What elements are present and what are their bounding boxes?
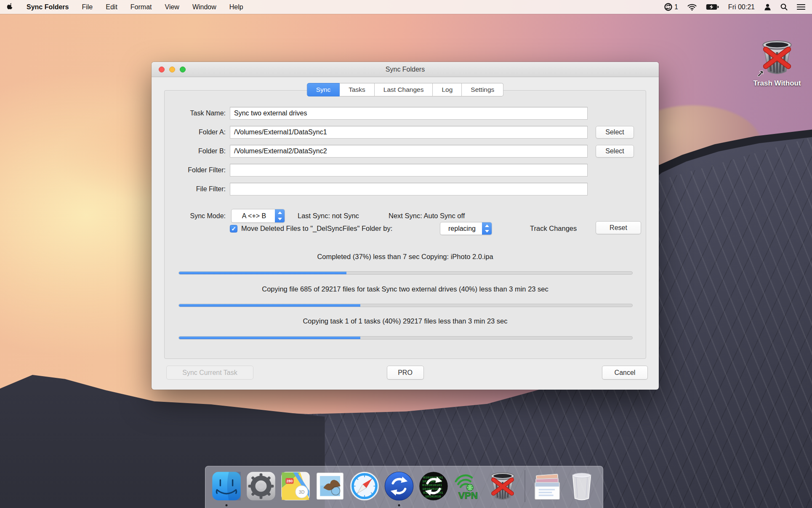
move-deleted-label: Move Deleted Files to "_DelSyncFiles" Fo…: [241, 222, 392, 235]
pro-button[interactable]: PRO: [387, 366, 424, 380]
task-name-input[interactable]: [230, 107, 588, 120]
task-name-label: Task Name:: [165, 107, 226, 120]
sync-current-task-button[interactable]: Sync Current Task: [166, 366, 253, 380]
stepper-arrows-icon: [482, 222, 492, 235]
dock-system-preferences-icon[interactable]: [246, 471, 276, 501]
dock-safari-icon[interactable]: [349, 471, 380, 501]
menu-bar: Sync Folders File Edit Format View Windo…: [0, 0, 812, 14]
file-filter-input[interactable]: [230, 183, 588, 195]
menubar-clock[interactable]: Fri 00:21: [728, 3, 755, 11]
progress-fill: [179, 337, 360, 339]
tab-tasks[interactable]: Tasks: [340, 83, 375, 96]
menu-edit[interactable]: Edit: [106, 3, 117, 11]
track-changes-label: Track Changes: [530, 222, 577, 235]
menu-file[interactable]: File: [82, 3, 93, 11]
dock-trash-without-icon[interactable]: [487, 471, 518, 501]
sync-mode-value: A <+> B: [232, 212, 275, 220]
folder-a-input[interactable]: [230, 126, 588, 139]
file-filter-label: File Filter:: [165, 183, 226, 195]
progress-fill: [179, 272, 346, 274]
folder-filter-label: Folder Filter:: [165, 164, 226, 176]
tab-settings[interactable]: Settings: [462, 83, 503, 96]
sync-tab-panel: Task Name: Folder A: Select Folder B: Se…: [164, 90, 646, 359]
finder-running-dot: [226, 504, 228, 506]
dock-vpn-icon[interactable]: VPN: [453, 471, 483, 501]
svg-text:3D: 3D: [299, 489, 305, 495]
dock-window-stack-icon[interactable]: [532, 471, 562, 501]
folder-b-label: Folder B:: [165, 145, 226, 158]
stepper-arrows-icon: [275, 209, 285, 222]
tab-log[interactable]: Log: [433, 83, 462, 96]
window-title: Sync Folders: [152, 62, 659, 77]
spotlight-search-icon[interactable]: [780, 3, 788, 11]
move-deleted-checkbox[interactable]: ✓: [230, 225, 237, 233]
delete-mode-value: replacing: [440, 225, 482, 233]
minimize-button[interactable]: [169, 67, 175, 72]
progress-task-files-status: Copying file 685 of 29217 files for task…: [165, 285, 646, 293]
progress-bar-file: [178, 271, 633, 275]
progress-bar-task-files: [178, 304, 633, 307]
user-icon[interactable]: [764, 3, 771, 11]
progress-bar-overall: [178, 336, 633, 340]
sync-status-menu-extra[interactable]: 1: [664, 3, 678, 11]
progress-fill: [179, 304, 360, 307]
dock-trash-icon[interactable]: [567, 471, 597, 501]
sync-folders-running-dot: [398, 504, 400, 506]
sync-mode-select[interactable]: A <+> B: [231, 209, 285, 223]
dock: 280 3D: [205, 466, 603, 508]
menu-format[interactable]: Format: [130, 3, 152, 11]
apple-menu-icon[interactable]: [7, 3, 13, 11]
zoom-button[interactable]: [180, 67, 186, 72]
sync-folders-window: Sync Folders Sync Tasks Last Changes Log…: [152, 62, 659, 390]
progress-overall-status: Copying task 1 of 1 tasks (40%) 29217 fi…: [165, 317, 646, 325]
dock-binary-sync-icon[interactable]: 01010101011010101010 0101010101101010101…: [418, 471, 449, 501]
folder-filter-input[interactable]: [230, 164, 588, 176]
last-sync-status: Last Sync: not Sync: [298, 209, 359, 223]
window-titlebar[interactable]: Sync Folders: [152, 62, 659, 77]
svg-text:280: 280: [286, 479, 293, 483]
dock-separator: [524, 470, 525, 502]
folder-b-input[interactable]: [230, 145, 588, 158]
next-sync-status: Next Sync: Auto Sync off: [389, 209, 465, 223]
tab-sync[interactable]: Sync: [307, 83, 340, 96]
dock-mail-icon[interactable]: [315, 471, 345, 501]
dock-finder-icon[interactable]: [211, 471, 242, 501]
svg-text:10101010: 10101010: [425, 495, 441, 498]
reset-button[interactable]: Reset: [596, 221, 641, 234]
alias-label: Trash Without: [751, 79, 803, 88]
folder-a-label: Folder A:: [165, 126, 226, 139]
menubar-app-name[interactable]: Sync Folders: [27, 3, 69, 11]
battery-charging-icon[interactable]: [706, 4, 719, 10]
notification-center-icon[interactable]: [797, 4, 805, 10]
tab-last-changes[interactable]: Last Changes: [375, 83, 433, 96]
menu-help[interactable]: Help: [229, 3, 243, 11]
svg-text:0101010101: 0101010101: [422, 483, 442, 487]
progress-file-status: Completed (37%) less than 7 sec Copying:…: [165, 253, 646, 261]
close-button[interactable]: [159, 67, 165, 72]
folder-b-select-button[interactable]: Select: [596, 145, 634, 158]
wifi-icon[interactable]: [687, 4, 697, 11]
dock-maps-icon[interactable]: 280 3D: [280, 471, 311, 501]
delete-mode-select[interactable]: replacing: [440, 222, 492, 235]
tab-bar: Sync Tasks Last Changes Log Settings: [307, 83, 504, 96]
menu-view[interactable]: View: [165, 3, 179, 11]
sync-badge-count: 1: [674, 3, 678, 11]
sync-mode-label: Sync Mode:: [165, 209, 226, 223]
cancel-button[interactable]: Cancel: [602, 366, 648, 380]
menu-window[interactable]: Window: [192, 3, 216, 11]
svg-text:VPN: VPN: [458, 490, 478, 501]
dock-sync-folders-icon[interactable]: [384, 471, 414, 501]
folder-a-select-button[interactable]: Select: [596, 126, 634, 139]
alias-arrow-icon: [757, 70, 764, 78]
desktop-alias-trash-without[interactable]: Trash Without: [751, 38, 803, 88]
